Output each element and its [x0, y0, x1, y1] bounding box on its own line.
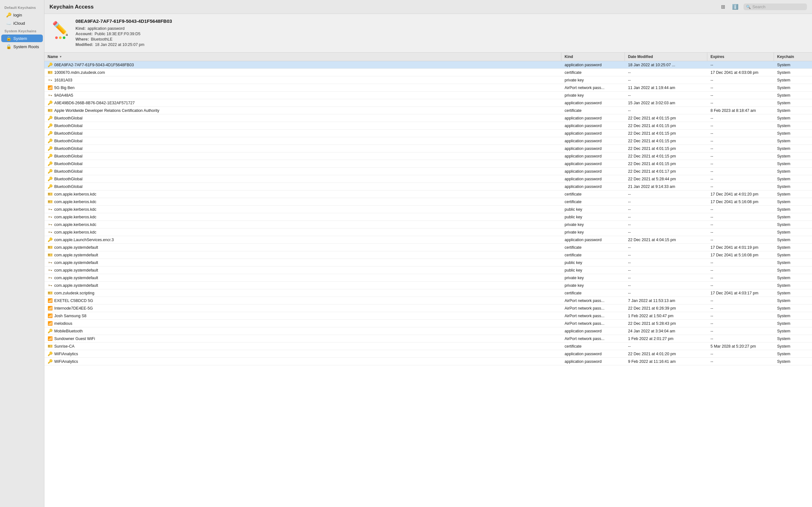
cell-date-modified: 22 Dec 2021 at 4:01:15 pm [625, 137, 707, 145]
cell-date-modified: -- [625, 76, 707, 83]
sidebar-item-system[interactable]: 🔒 System [1, 35, 43, 42]
table-row[interactable]: 🔑 BluetoothGlobal application password 2… [44, 122, 812, 130]
cell-keychain: System [774, 69, 812, 76]
cell-date-modified: 22 Dec 2021 at 4:01:15 pm [625, 145, 707, 152]
cell-expires: -- [707, 160, 774, 167]
pencil-icon: ✏️ [52, 22, 68, 35]
table-row[interactable]: 🗝 com.apple.kerberos.kdc public key -- -… [44, 213, 812, 221]
table-row[interactable]: 🔑 BluetoothGlobal application password 2… [44, 175, 812, 183]
table-row[interactable]: 🎫 com.apple.systemdefault certificate --… [44, 251, 812, 259]
cell-name: 🔑 BluetoothGlobal [44, 153, 561, 160]
cell-kind: application password [561, 145, 625, 152]
table-row[interactable]: 🎫 1000670.mdm.zuludesk.com certificate -… [44, 69, 812, 76]
cell-keychain: System [774, 274, 812, 281]
cell-keychain: System [774, 327, 812, 335]
table-row[interactable]: 🎫 com.apple.systemdefault certificate --… [44, 244, 812, 251]
cell-kind: private key [561, 282, 625, 289]
table-row[interactable]: 🗝 com.apple.systemdefault public key -- … [44, 267, 812, 274]
table-row[interactable]: 🗝 com.apple.systemdefault public key -- … [44, 259, 812, 267]
table-row[interactable]: 🔑 BluetoothGlobal application password 2… [44, 137, 812, 145]
cell-name: 🗝 com.apple.kerberos.kdc [44, 221, 561, 228]
table-row[interactable]: 🗝 com.apple.systemdefault private key --… [44, 274, 812, 282]
table-row[interactable]: 🔑 WiFiAnalytics application password 22 … [44, 350, 812, 358]
detail-account-value: Public 18:3E:EF:F0:39:D5 [95, 32, 141, 36]
cell-kind: certificate [561, 244, 625, 251]
column-keychain[interactable]: Keychain [774, 53, 812, 61]
table-row[interactable]: 🔑 A9E49BD6-266B-8B76-D842-1E32AF571727 a… [44, 99, 812, 107]
table-row[interactable]: 🎫 com.apple.kerberos.kdc certificate -- … [44, 190, 812, 198]
row-name-text: 16181A03 [54, 78, 72, 82]
sidebar-item-system-roots[interactable]: 🔒 System Roots [1, 43, 43, 50]
cell-name: 📶 5G Big Ben [44, 84, 561, 91]
column-kind[interactable]: Kind [561, 53, 625, 61]
table-row[interactable]: 🔑 BluetoothGlobal application password 2… [44, 160, 812, 168]
table-row[interactable]: 🔑 BluetoothGlobal application password 2… [44, 168, 812, 175]
row-icon: 🔑 [48, 169, 53, 174]
row-icon: 🔑 [48, 62, 53, 67]
table-row[interactable]: 🗝 16181A03 private key -- -- System [44, 76, 812, 84]
cell-name: 🔑 BluetoothGlobal [44, 137, 561, 145]
cell-keychain: System [774, 190, 812, 198]
table-row[interactable]: 🎫 com.zuludesk.scripting certificate -- … [44, 289, 812, 297]
row-icon: 🗝 [48, 207, 53, 212]
table-row[interactable]: 🔑 08EA9FA2-7AF7-61F9-5043-4D1F5648FB03 a… [44, 61, 812, 69]
table-row[interactable]: 🗝 com.apple.kerberos.kdc private key -- … [44, 228, 812, 236]
row-icon: 🔑 [48, 146, 53, 151]
table-row[interactable]: 🔑 BluetoothGlobal application password 2… [44, 153, 812, 160]
row-name-text: com.apple.systemdefault [54, 276, 98, 280]
table-row[interactable]: 🗝 com.apple.kerberos.kdc private key -- … [44, 221, 812, 228]
table-row[interactable]: 📶 Josh Samsung S8 AirPort network pass..… [44, 312, 812, 320]
sidebar-item-icloud[interactable]: ☁️ iCloud [1, 19, 43, 27]
table-row[interactable]: 🔑 BluetoothGlobal application password 2… [44, 114, 812, 122]
cell-name: 🔑 BluetoothGlobal [44, 183, 561, 190]
table-row[interactable]: 📶 5G Big Ben AirPort network pass... 11 … [44, 84, 812, 92]
cell-expires: -- [707, 137, 774, 145]
row-icon: 🗝 [48, 215, 53, 219]
cell-name: 🎫 com.apple.kerberos.kdc [44, 198, 561, 205]
cell-date-modified: -- [625, 198, 707, 205]
row-icon: 🗝 [48, 275, 53, 280]
cell-keychain: System [774, 282, 812, 289]
cell-keychain: System [774, 198, 812, 205]
cell-expires: -- [707, 175, 774, 182]
table-row[interactable]: 📶 Sundowner Guest WiFi AirPort network p… [44, 335, 812, 343]
table-row[interactable]: 🔑 BluetoothGlobal application password 2… [44, 145, 812, 153]
cell-name: 🗝 9A0A48A5 [44, 92, 561, 99]
cell-name: 🗝 com.apple.kerberos.kdc [44, 213, 561, 221]
column-name[interactable]: Name ▼ [44, 53, 561, 61]
table-row[interactable]: 🔑 com.apple.LaunchServices.encr.3 applic… [44, 236, 812, 244]
table-row[interactable]: 📶 EXETEL C5BDCD 5G AirPort network pass.… [44, 297, 812, 304]
row-name-text: Internode7DE4EE-5G [54, 306, 93, 311]
table-row[interactable]: 🎫 com.apple.kerberos.kdc certificate -- … [44, 198, 812, 206]
table-row[interactable]: 📶 Internode7DE4EE-5G AirPort network pas… [44, 304, 812, 312]
row-name-text: com.apple.LaunchServices.encr.3 [54, 238, 114, 242]
table-row[interactable]: 🗝 9A0A48A5 private key -- -- System [44, 92, 812, 99]
table-row[interactable]: 🗝 com.apple.systemdefault private key --… [44, 282, 812, 289]
table-row[interactable]: 🔑 WiFiAnalytics application password 9 F… [44, 358, 812, 365]
table-row[interactable]: 📶 melodious AirPort network pass... 22 D… [44, 320, 812, 327]
row-icon: 🎫 [48, 199, 53, 204]
search-input[interactable] [752, 4, 803, 9]
cell-name: 🎫 com.zuludesk.scripting [44, 289, 561, 297]
row-icon: 📶 [48, 336, 53, 341]
cell-kind: certificate [561, 198, 625, 205]
cell-name: 🔑 BluetoothGlobal [44, 175, 561, 182]
table-row[interactable]: 🔑 BluetoothGlobal application password 2… [44, 130, 812, 137]
cell-expires: -- [707, 267, 774, 274]
column-date-modified[interactable]: Date Modified [625, 53, 707, 61]
cell-date-modified: -- [625, 190, 707, 198]
cell-kind: application password [561, 236, 625, 243]
column-expires[interactable]: Expires [707, 53, 774, 61]
sidebar-item-system-label: System [13, 36, 27, 41]
table-row[interactable]: 🔑 BluetoothGlobal application password 2… [44, 183, 812, 190]
info-button[interactable]: ℹ️ [730, 3, 740, 11]
row-icon: 🎫 [48, 252, 53, 257]
sidebar-item-login[interactable]: 🔑 login [1, 11, 43, 19]
table-row[interactable]: 🔑 MobileBluetooth application password 2… [44, 327, 812, 335]
cell-expires: -- [707, 221, 774, 228]
row-name-text: Josh Samsung S8 [54, 314, 86, 318]
table-row[interactable]: 🎫 Apple Worldwide Developer Relations Ce… [44, 107, 812, 114]
edit-button[interactable]: ⊞ [719, 3, 727, 11]
table-row[interactable]: 🎫 Sunrise-CA certificate -- 5 Mar 2028 a… [44, 343, 812, 350]
table-row[interactable]: 🗝 com.apple.kerberos.kdc public key -- -… [44, 206, 812, 213]
